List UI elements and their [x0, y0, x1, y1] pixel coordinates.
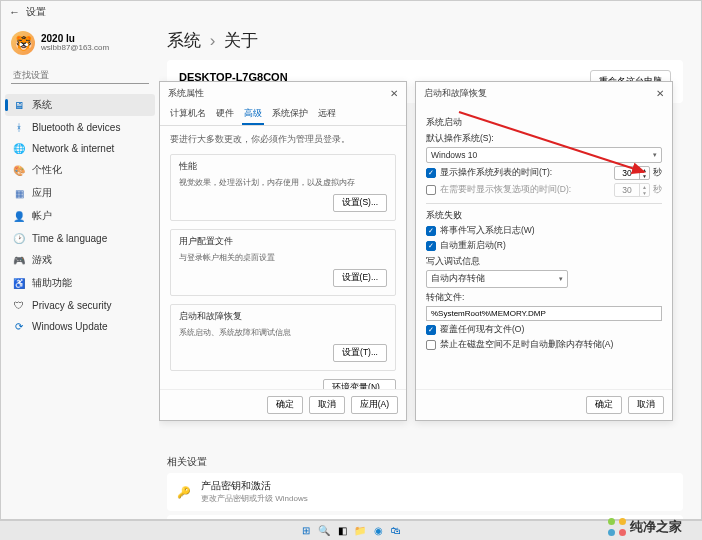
sidebar-item-7[interactable]: 🎮游戏 [5, 249, 155, 271]
avatar: 🐯 [11, 31, 35, 55]
section-failure: 系统失败 [426, 210, 662, 222]
perf-group: 性能 视觉效果，处理器计划，内存使用，以及虚拟内存 设置(S)... [170, 154, 396, 221]
dlg2-ok-button[interactable]: 确定 [586, 396, 622, 414]
sidebar: 🐯 2020 lu wslbb87@163.com 🖥系统ᚼBluetooth … [1, 23, 159, 519]
nav-label: Windows Update [32, 321, 108, 332]
chk-overwrite[interactable]: ✓ [426, 325, 436, 335]
sidebar-item-5[interactable]: 👤帐户 [5, 205, 155, 227]
nav-label: Bluetooth & devices [32, 122, 120, 133]
tab-4[interactable]: 远程 [316, 105, 338, 125]
nav-icon: 🌐 [13, 142, 25, 154]
os-list-seconds-stepper[interactable]: ▲▼ [614, 166, 650, 180]
nav-label: 辅助功能 [32, 276, 72, 290]
app-title: 设置 [26, 5, 46, 19]
main: 系统 › 关于 DESKTOP-L7G8CQN 90K20006CP 重命名这台… [159, 23, 701, 519]
nav-label: 系统 [32, 98, 52, 112]
nav-label: 游戏 [32, 253, 52, 267]
nav-label: Time & language [32, 233, 107, 244]
startup-recovery-dialog: 启动和故障恢复 ✕ 系统启动 默认操作系统(S): Windows 10 ▾ ✓… [415, 81, 673, 421]
tab-2[interactable]: 高级 [242, 105, 264, 125]
chk-show-os-list[interactable]: ✓ [426, 168, 436, 178]
tab-0[interactable]: 计算机名 [168, 105, 208, 125]
dlg1-tabs: 计算机名硬件高级系统保护远程 [160, 105, 406, 126]
search-icon[interactable]: 🔍 [317, 524, 331, 538]
nav-icon: ♿ [13, 277, 25, 289]
nav-label: 帐户 [32, 209, 52, 223]
search-input[interactable] [11, 67, 149, 84]
nav: 🖥系统ᚼBluetooth & devices🌐Network & intern… [5, 94, 155, 336]
breadcrumb-system[interactable]: 系统 [167, 31, 201, 50]
explorer-icon[interactable]: 📁 [353, 524, 367, 538]
search-box[interactable] [11, 67, 149, 84]
dlg1-title: 系统属性 [168, 87, 204, 100]
edge-icon[interactable]: ◉ [371, 524, 385, 538]
taskview-icon[interactable]: ◧ [335, 524, 349, 538]
nav-label: Network & internet [32, 143, 114, 154]
chevron-down-icon: ▾ [653, 151, 657, 159]
profile-group: 用户配置文件 与登录帐户相关的桌面设置 设置(E)... [170, 229, 396, 296]
nav-label: 应用 [32, 186, 52, 200]
link-icon: 🔑 [177, 485, 191, 499]
breadcrumb-about: 关于 [224, 31, 258, 50]
watermark: 纯净之家 [608, 518, 682, 536]
sidebar-item-4[interactable]: ▦应用 [5, 182, 155, 204]
taskbar[interactable]: ⊞ 🔍 ◧ 📁 ◉ 🛍 [0, 520, 702, 540]
sidebar-item-10[interactable]: ⟳Windows Update [5, 316, 155, 336]
sidebar-item-3[interactable]: 🎨个性化 [5, 159, 155, 181]
start-icon[interactable]: ⊞ [299, 524, 313, 538]
dlg2-title: 启动和故障恢复 [424, 87, 487, 100]
sidebar-item-1[interactable]: ᚼBluetooth & devices [5, 117, 155, 137]
perf-settings-button[interactable]: 设置(S)... [333, 194, 387, 212]
dlg2-cancel-button[interactable]: 取消 [628, 396, 664, 414]
admin-note: 要进行大多数更改，你必须作为管理员登录。 [170, 134, 396, 146]
nav-icon: 🖥 [13, 99, 25, 111]
nav-icon: 🕑 [13, 232, 25, 244]
related-settings: 相关设置 🔑产品密钥和激活更改产品密钥或升级 Windows🖥远程桌面从另一台设… [167, 455, 683, 519]
nav-icon: 🛡 [13, 299, 25, 311]
store-icon[interactable]: 🛍 [389, 524, 403, 538]
sidebar-item-6[interactable]: 🕑Time & language [5, 228, 155, 248]
sidebar-item-2[interactable]: 🌐Network & internet [5, 138, 155, 158]
breadcrumb: 系统 › 关于 [167, 29, 683, 52]
related-card-0[interactable]: 🔑产品密钥和激活更改产品密钥或升级 Windows [167, 473, 683, 511]
debug-info-select[interactable]: 自动内存转储 ▾ [426, 270, 568, 288]
nav-label: 个性化 [32, 163, 62, 177]
nav-icon: ⟳ [13, 320, 25, 332]
tab-1[interactable]: 硬件 [214, 105, 236, 125]
dlg1-cancel-button[interactable]: 取消 [309, 396, 345, 414]
section-startup: 系统启动 [426, 117, 662, 129]
dlg1-ok-button[interactable]: 确定 [267, 396, 303, 414]
close-icon[interactable]: ✕ [656, 88, 664, 99]
nav-icon: 🎮 [13, 254, 25, 266]
back-arrow-icon[interactable]: ← [9, 6, 20, 18]
related-card-1[interactable]: 🖥远程桌面从另一台设备控制此设备 [167, 515, 683, 519]
nav-icon: 👤 [13, 210, 25, 222]
chevron-down-icon: ▾ [559, 275, 563, 283]
tab-3[interactable]: 系统保护 [270, 105, 310, 125]
nav-icon: 🎨 [13, 164, 25, 176]
env-vars-button[interactable]: 环境变量(N)... [323, 379, 396, 389]
close-icon[interactable]: ✕ [390, 88, 398, 99]
user-email: wslbb87@163.com [41, 44, 109, 53]
sidebar-item-0[interactable]: 🖥系统 [5, 94, 155, 116]
chk-auto-restart[interactable]: ✓ [426, 241, 436, 251]
chk-write-log[interactable]: ✓ [426, 226, 436, 236]
user-block[interactable]: 🐯 2020 lu wslbb87@163.com [5, 29, 155, 65]
chk-show-recovery[interactable] [426, 185, 436, 195]
recovery-seconds-stepper[interactable]: ▲▼ [614, 183, 650, 197]
nav-icon: ▦ [13, 187, 25, 199]
nav-label: Privacy & security [32, 300, 111, 311]
system-properties-dialog: 系统属性 ✕ 计算机名硬件高级系统保护远程 要进行大多数更改，你必须作为管理员登… [159, 81, 407, 421]
sidebar-item-9[interactable]: 🛡Privacy & security [5, 295, 155, 315]
nav-icon: ᚼ [13, 121, 25, 133]
startup-settings-button[interactable]: 设置(T)... [333, 344, 387, 362]
dlg1-apply-button[interactable]: 应用(A) [351, 396, 398, 414]
profile-settings-button[interactable]: 设置(E)... [333, 269, 387, 287]
default-os-select[interactable]: Windows 10 ▾ [426, 147, 662, 163]
chk-lowdisk[interactable] [426, 340, 436, 350]
sidebar-item-8[interactable]: ♿辅助功能 [5, 272, 155, 294]
dump-file-input[interactable] [426, 306, 662, 321]
startup-group: 启动和故障恢复 系统启动、系统故障和调试信息 设置(T)... [170, 304, 396, 371]
